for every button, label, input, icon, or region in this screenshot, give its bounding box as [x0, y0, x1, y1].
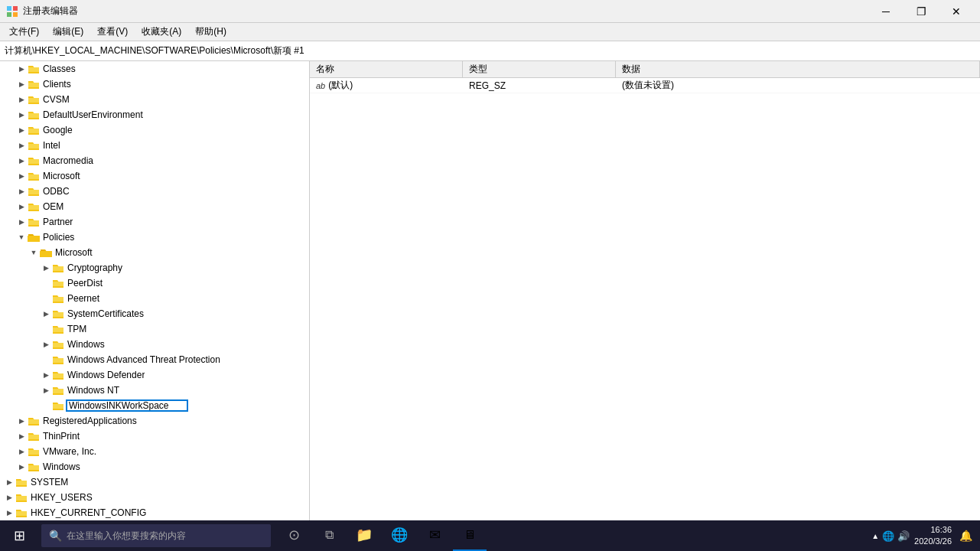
menu-file[interactable]: 文件(F) — [3, 24, 45, 40]
expand-windows-top[interactable]: ▶ — [15, 461, 28, 473]
expand-clients[interactable]: ▶ — [15, 78, 28, 90]
tree-item-cryptography[interactable]: ▶ Cryptography — [0, 260, 309, 276]
network-icon: 🌐 — [882, 530, 894, 542]
tree-item-oem[interactable]: ▶ OEM — [0, 199, 309, 214]
tree-item-thinprint[interactable]: ▶ ThinPrint — [0, 429, 309, 444]
tree-label-microsoft-top: Microsoft — [41, 171, 80, 181]
tree-item-systemcerts[interactable]: ▶ SystemCertificates — [0, 306, 309, 321]
expand-partner[interactable]: ▶ — [15, 216, 28, 228]
expand-policies[interactable]: ▼ — [15, 231, 28, 243]
svg-rect-3 — [13, 12, 18, 17]
taskbar-app-regedit[interactable]: 🖥 — [453, 520, 487, 551]
tree-label-hkey-users: HKEY_USERS — [29, 492, 93, 503]
folder-icon-systemcerts — [52, 308, 64, 319]
regedit-icon: 🖥 — [464, 528, 476, 542]
expand-microsoft-top[interactable]: ▶ — [15, 170, 28, 182]
folder-icon-intel — [28, 140, 40, 151]
tree-item-watp[interactable]: Windows Advanced Threat Protection — [0, 352, 309, 367]
tree-item-partner[interactable]: ▶ Partner — [0, 214, 309, 230]
taskbar-app-taskview[interactable]: ⧉ — [312, 520, 346, 551]
notifications-icon[interactable]: 🔔 — [959, 530, 972, 542]
tree-item-policies[interactable]: ▼ Policies — [0, 230, 309, 245]
expand-google[interactable]: ▶ — [15, 124, 28, 136]
tree-item-hkey-current-config[interactable]: ▶ HKEY_CURRENT_CONFIG — [0, 505, 309, 520]
taskbar-search[interactable]: 🔍 在这里输入你想要搜索的内容 — [41, 524, 271, 547]
expand-registeredapps[interactable]: ▶ — [15, 415, 28, 427]
tree-item-peernet[interactable]: Peernet — [0, 291, 309, 306]
tree-item-windefender[interactable]: ▶ Windows Defender — [0, 367, 309, 383]
restore-button[interactable]: ❐ — [903, 0, 939, 23]
expand-systemcerts[interactable]: ▶ — [40, 308, 52, 320]
tree-label-thinprint: ThinPrint — [41, 431, 80, 442]
main-content: ▶ Classes ▶ Clients ▶ CVSM ▶ DefaultUser… — [0, 61, 980, 520]
expand-odbc[interactable]: ▶ — [15, 185, 28, 197]
tree-label-windows-top: Windows — [41, 461, 80, 472]
expand-defaultuserenv[interactable]: ▶ — [15, 109, 28, 121]
expand-windowsnt[interactable]: ▶ — [40, 384, 52, 396]
tree-item-hkey-users[interactable]: ▶ HKEY_USERS — [0, 490, 309, 505]
tree-panel: ▶ Classes ▶ Clients ▶ CVSM ▶ DefaultUser… — [0, 61, 310, 520]
tree-item-windowsnt[interactable]: ▶ Windows NT — [0, 383, 309, 398]
folder-icon-oem — [28, 201, 40, 212]
folder-icon-vmware — [28, 446, 40, 457]
tree-item-macromedia[interactable]: ▶ Macromedia — [0, 153, 309, 168]
expand-system[interactable]: ▶ — [3, 476, 15, 488]
start-button[interactable]: ⊞ — [0, 520, 38, 551]
expand-intel[interactable]: ▶ — [15, 139, 28, 152]
right-row-default[interactable]: ab (默认) REG_SZ (数值未设置) — [310, 78, 980, 93]
tree-item-intel[interactable]: ▶ Intel — [0, 138, 309, 153]
tree-label-watp: Windows Advanced Threat Protection — [66, 354, 220, 365]
tree-item-odbc[interactable]: ▶ ODBC — [0, 184, 309, 199]
expand-classes[interactable]: ▶ — [15, 63, 28, 75]
edge-icon: 🌐 — [391, 527, 408, 543]
expand-windefender[interactable]: ▶ — [40, 369, 52, 381]
expand-macromedia[interactable]: ▶ — [15, 155, 28, 167]
expand-cvsm[interactable]: ▶ — [15, 93, 28, 106]
tree-item-registeredapps[interactable]: ▶ RegisteredApplications — [0, 413, 309, 429]
tree-item-vmware[interactable]: ▶ VMware, Inc. — [0, 444, 309, 459]
expand-oem[interactable]: ▶ — [15, 201, 28, 213]
menu-edit[interactable]: 编辑(E) — [47, 24, 90, 40]
expand-vmware[interactable]: ▶ — [15, 445, 28, 458]
close-button[interactable]: ✕ — [939, 0, 974, 23]
tree-item-system[interactable]: ▶ SYSTEM — [0, 474, 309, 490]
taskbar-app-cortana[interactable]: ⊙ — [277, 520, 311, 551]
taskbar-app-explorer[interactable]: 📁 — [347, 520, 381, 551]
taskbar-app-edge[interactable]: 🌐 — [383, 520, 416, 551]
tree-item-microsoft-top[interactable]: ▶ Microsoft — [0, 168, 309, 184]
minimize-button[interactable]: ─ — [868, 0, 903, 23]
tree-item-windows-pol[interactable]: ▶ Windows — [0, 337, 309, 352]
tree-label-defaultuserenv: DefaultUserEnvironment — [41, 109, 143, 120]
expand-cryptography[interactable]: ▶ — [40, 262, 52, 274]
tree-item-defaultuserenv[interactable]: ▶ DefaultUserEnvironment — [0, 107, 309, 122]
tree-item-cvsm[interactable]: ▶ CVSM — [0, 92, 309, 107]
folder-icon-hkey-current-config — [15, 507, 28, 518]
folder-icon-cryptography — [52, 262, 64, 273]
clock[interactable]: 16:36 2020/3/26 — [914, 524, 952, 548]
tree-item-google[interactable]: ▶ Google — [0, 122, 309, 138]
tree-label-registeredapps: RegisteredApplications — [41, 416, 137, 426]
tree-item-windows-top[interactable]: ▶ Windows — [0, 459, 309, 474]
taskbar-search-placeholder: 在这里输入你想要搜索的内容 — [67, 530, 186, 543]
expand-windows-pol[interactable]: ▶ — [40, 338, 52, 350]
menu-favorites[interactable]: 收藏夹(A) — [135, 24, 187, 40]
expand-hkey-users[interactable]: ▶ — [3, 491, 15, 504]
tree-item-clients[interactable]: ▶ Clients — [0, 77, 309, 92]
tree-label-policies-microsoft: Microsoft — [54, 247, 93, 258]
rename-input-windowsinkworkspace[interactable] — [66, 399, 188, 412]
tree-item-classes[interactable]: ▶ Classes — [0, 61, 309, 77]
taskbar-app-mail[interactable]: ✉ — [418, 520, 451, 551]
tree-item-peerdist[interactable]: PeerDist — [0, 276, 309, 291]
tray-arrow[interactable]: ▲ — [871, 532, 879, 540]
menu-help[interactable]: 帮助(H) — [189, 24, 233, 40]
tree-scroll[interactable]: ▶ Classes ▶ Clients ▶ CVSM ▶ DefaultUser… — [0, 61, 309, 520]
expand-policies-microsoft[interactable]: ▼ — [28, 246, 40, 259]
folder-icon-windowsnt — [52, 385, 64, 396]
tree-item-windowsinkworkspace[interactable] — [0, 398, 309, 413]
tree-item-tpm[interactable]: TPM — [0, 321, 309, 337]
expand-thinprint[interactable]: ▶ — [15, 430, 28, 442]
cell-data-default: (数值未设置) — [616, 78, 980, 93]
tree-item-policies-microsoft[interactable]: ▼ Microsoft — [0, 245, 309, 260]
expand-hkey-current-config[interactable]: ▶ — [3, 507, 15, 519]
menu-view[interactable]: 查看(V) — [91, 24, 134, 40]
